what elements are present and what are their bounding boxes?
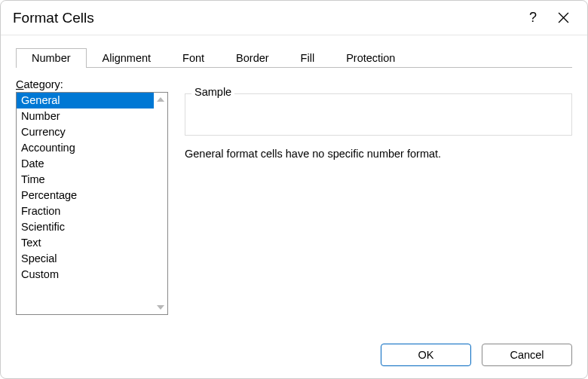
list-item[interactable]: Custom [17,267,154,283]
chevron-up-icon [157,97,164,102]
close-button[interactable] [548,12,578,23]
category-listbox[interactable]: General Number Currency Accounting Date … [16,92,168,315]
tab-font[interactable]: Font [167,48,220,68]
list-item[interactable]: Fraction [17,203,154,219]
list-item[interactable]: Accounting [17,140,154,156]
tab-number[interactable]: Number [16,48,87,68]
category-list-items: General Number Currency Accounting Date … [17,93,154,314]
tab-content: Category: General Number Currency Accoun… [1,68,587,315]
list-item[interactable]: Scientific [17,219,154,235]
svg-marker-2 [157,97,164,102]
close-icon [558,12,569,23]
svg-marker-3 [157,305,164,310]
sample-legend: Sample [191,86,234,98]
dialog-title: Format Cells [13,10,518,26]
tab-protection[interactable]: Protection [330,48,411,68]
tab-alignment[interactable]: Alignment [87,48,167,68]
tab-strip: Number Alignment Font Border Fill Protec… [1,35,587,67]
list-item[interactable]: Special [17,251,154,267]
list-item[interactable]: Currency [17,124,154,140]
chevron-down-icon [157,305,164,310]
titlebar: Format Cells ? [1,1,587,35]
help-button[interactable]: ? [518,10,548,26]
list-item[interactable]: Date [17,156,154,172]
category-label: Category: [16,78,168,90]
tab-border[interactable]: Border [220,48,285,68]
right-panel: Sample General format cells have no spec… [185,78,572,315]
category-section: Category: General Number Currency Accoun… [16,78,168,315]
tab-fill[interactable]: Fill [285,48,331,68]
scroll-down-button[interactable] [155,302,166,313]
sample-group: Sample [185,93,572,136]
list-item[interactable]: Number [17,109,154,124]
button-row: OK Cancel [381,344,572,366]
scroll-up-button[interactable] [155,94,166,105]
list-item[interactable]: Percentage [17,188,154,203]
format-cells-dialog: Format Cells ? Number Alignment Font Bor… [0,0,588,379]
ok-button[interactable]: OK [381,344,471,366]
list-item[interactable]: Time [17,172,154,188]
list-item[interactable]: Text [17,235,154,251]
cancel-button[interactable]: Cancel [482,344,572,366]
list-item[interactable]: General [17,93,154,109]
format-description: General format cells have no specific nu… [185,146,572,161]
